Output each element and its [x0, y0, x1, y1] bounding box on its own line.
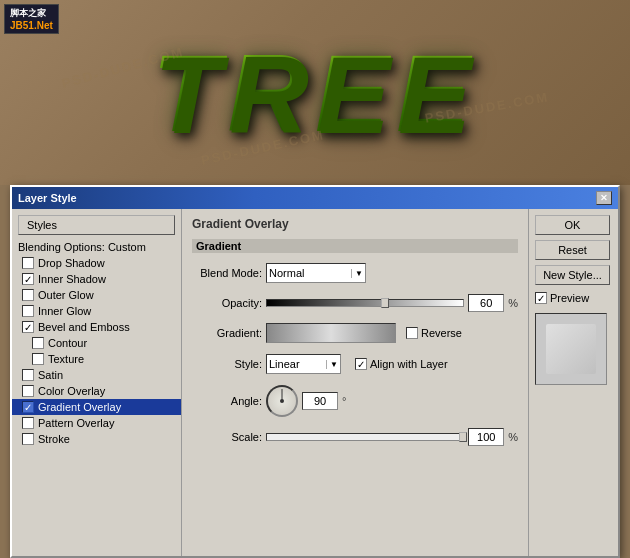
angle-dial[interactable] — [266, 385, 298, 417]
satin-checkbox[interactable] — [22, 369, 34, 381]
layer-item-outer-glow[interactable]: Outer Glow — [12, 287, 181, 303]
opacity-unit: % — [508, 297, 518, 309]
layer-item-bevel-emboss[interactable]: Bevel and Emboss — [12, 319, 181, 335]
canvas-area: 脚本之家 JB51.Net TREE PSD-DUDE.COM PSD-DUDE… — [0, 0, 630, 185]
texture-checkbox[interactable] — [32, 353, 44, 365]
angle-input[interactable] — [302, 392, 338, 410]
inner-glow-checkbox[interactable] — [22, 305, 34, 317]
gradient-overlay-checkbox[interactable] — [22, 401, 34, 413]
opacity-input[interactable] — [468, 294, 504, 312]
style-label: Style: — [192, 358, 262, 370]
angle-center — [280, 399, 284, 403]
layer-item-label: Satin — [38, 369, 63, 381]
layer-item-gradient-overlay[interactable]: Gradient Overlay — [12, 399, 181, 415]
style-dropdown[interactable]: Linear ▼ — [266, 354, 341, 374]
outer-glow-checkbox[interactable] — [22, 289, 34, 301]
preview-checkbox[interactable] — [535, 292, 547, 304]
layer-item-satin[interactable]: Satin — [12, 367, 181, 383]
subsection-title: Gradient — [192, 239, 518, 253]
logo-line2: JB51.Net — [10, 20, 53, 31]
layer-item-inner-glow[interactable]: Inner Glow — [12, 303, 181, 319]
pattern-overlay-checkbox[interactable] — [22, 417, 34, 429]
align-layer-container: Align with Layer — [355, 358, 448, 370]
layer-item-texture[interactable]: Texture — [12, 351, 181, 367]
layer-item-label: Stroke — [38, 433, 70, 445]
style-row: Style: Linear ▼ Align with Layer — [192, 354, 518, 374]
layer-item-label: Inner Glow — [38, 305, 91, 317]
blend-mode-label: Blend Mode: — [192, 267, 262, 279]
gradient-row: Gradient: Reverse — [192, 323, 518, 343]
section-title: Gradient Overlay — [192, 217, 518, 231]
right-panel: OK Reset New Style... Preview — [528, 209, 618, 556]
layer-item-label: Inner Shadow — [38, 273, 106, 285]
gradient-preview[interactable] — [266, 323, 396, 343]
layer-item-label: Outer Glow — [38, 289, 94, 301]
layer-item-label: Bevel and Emboss — [38, 321, 130, 333]
scale-slider-thumb[interactable] — [459, 432, 467, 442]
bevel-emboss-checkbox[interactable] — [22, 321, 34, 333]
scale-input[interactable] — [468, 428, 504, 446]
reset-button[interactable]: Reset — [535, 240, 610, 260]
close-button[interactable]: ✕ — [596, 191, 612, 205]
dialog-titlebar: Layer Style ✕ — [12, 187, 618, 209]
blend-mode-arrow: ▼ — [351, 269, 363, 278]
reverse-container: Reverse — [406, 327, 462, 339]
layer-item-color-overlay[interactable]: Color Overlay — [12, 383, 181, 399]
drop-shadow-checkbox[interactable] — [22, 257, 34, 269]
main-panel: Gradient Overlay Gradient Blend Mode: No… — [182, 209, 528, 556]
layer-item-label: Drop Shadow — [38, 257, 105, 269]
logo-line1: 脚本之家 — [10, 7, 53, 20]
layer-item-label: Gradient Overlay — [38, 401, 121, 413]
blend-mode-dropdown[interactable]: Normal ▼ — [266, 263, 366, 283]
opacity-slider-thumb[interactable] — [381, 298, 389, 308]
opacity-slider-track[interactable] — [266, 299, 464, 307]
style-arrow: ▼ — [326, 360, 338, 369]
scale-label: Scale: — [192, 431, 262, 443]
gradient-label: Gradient: — [192, 327, 262, 339]
layer-style-dialog: Layer Style ✕ Styles Blending Options: C… — [10, 185, 620, 558]
opacity-row: Opacity: % — [192, 294, 518, 312]
reverse-label: Reverse — [421, 327, 462, 339]
scale-slider-track[interactable] — [266, 433, 464, 441]
layer-item-contour[interactable]: Contour — [12, 335, 181, 351]
layer-item-label: Color Overlay — [38, 385, 105, 397]
layer-item-label: Pattern Overlay — [38, 417, 114, 429]
layer-item-stroke[interactable]: Stroke — [12, 431, 181, 447]
layer-item-blending-options[interactable]: Blending Options: Custom — [12, 239, 181, 255]
align-layer-checkbox[interactable] — [355, 358, 367, 370]
blend-mode-row: Blend Mode: Normal ▼ — [192, 263, 518, 283]
layer-item-drop-shadow[interactable]: Drop Shadow — [12, 255, 181, 271]
layer-item-label: Contour — [48, 337, 87, 349]
opacity-label: Opacity: — [192, 297, 262, 309]
angle-unit: ° — [342, 395, 346, 407]
align-layer-label: Align with Layer — [370, 358, 448, 370]
preview-box — [535, 313, 607, 385]
color-overlay-checkbox[interactable] — [22, 385, 34, 397]
scale-slider-container: % — [266, 428, 518, 446]
reverse-checkbox[interactable] — [406, 327, 418, 339]
preview-thumbnail — [546, 324, 596, 374]
opacity-slider-container: % — [266, 294, 518, 312]
inner-shadow-checkbox[interactable] — [22, 273, 34, 285]
preview-container: Preview — [535, 292, 612, 304]
logo-box: 脚本之家 JB51.Net — [4, 4, 59, 34]
canvas-tree-text: TREE — [152, 29, 477, 156]
ok-button[interactable]: OK — [535, 215, 610, 235]
angle-row: Angle: ° — [192, 385, 518, 417]
angle-label: Angle: — [192, 395, 262, 407]
contour-checkbox[interactable] — [32, 337, 44, 349]
layer-item-label: Blending Options: Custom — [18, 241, 146, 253]
style-value: Linear — [269, 358, 300, 370]
dialog-title: Layer Style — [18, 192, 77, 204]
new-style-button[interactable]: New Style... — [535, 265, 610, 285]
stroke-checkbox[interactable] — [22, 433, 34, 445]
layer-item-inner-shadow[interactable]: Inner Shadow — [12, 271, 181, 287]
layer-item-pattern-overlay[interactable]: Pattern Overlay — [12, 415, 181, 431]
blend-mode-value: Normal — [269, 267, 304, 279]
left-panel: Styles Blending Options: Custom Drop Sha… — [12, 209, 182, 556]
dialog-body: Styles Blending Options: Custom Drop Sha… — [12, 209, 618, 556]
scale-unit: % — [508, 431, 518, 443]
styles-button[interactable]: Styles — [18, 215, 175, 235]
preview-label: Preview — [550, 292, 589, 304]
layer-item-label: Texture — [48, 353, 84, 365]
